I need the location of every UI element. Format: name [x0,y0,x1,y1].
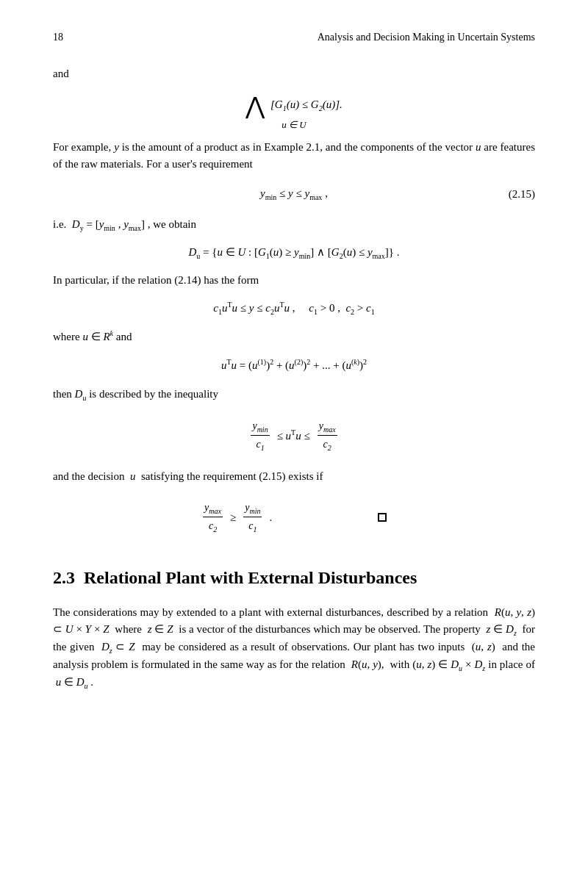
final-ineq: ymax c2 ≥ ymin c1 . [53,500,535,536]
frac-ymax-c2-final: ymax c2 [203,500,223,536]
period-proof: . [269,509,363,526]
section-23-para: The considerations may by extended to a … [53,604,535,691]
bigwedge-subscript: u ∈ U [53,118,535,132]
section-23-title: 2.3 Relational Plant with External Distu… [53,564,535,591]
leq-symbol: ≤ uTu ≤ [277,427,310,445]
then-line: then Du is described by the inequality [53,386,535,403]
frac-ymax-c2: ymax c2 [318,418,337,454]
eq-number-215: (2.15) [509,186,535,203]
and-text: and [53,68,69,79]
ie-line: i.e. Dy = [ymin , ymax] , we obtain [53,216,535,234]
and-label: and [53,65,535,82]
equation-215: ymin ≤ y ≤ ymax , (2.15) [53,185,535,203]
bigwedge-formula: ⋀ [G1(u) ≤ G2(u)]. u ∈ U [53,94,535,132]
c1-formula: c1uTu ≤ y ≤ c2uTu , c1 > 0 , c2 > c1 [53,299,535,317]
ineq-fractions: ymin c1 ≤ uTu ≤ ymax c2 [53,418,535,454]
book-title: Analysis and Decision Making in Uncertai… [318,29,535,45]
and-decision-text: and the decision u satisfying the requir… [53,468,535,485]
utu-formula: uTu = (u(1))2 + (u(2))2 + ... + (u(k))2 [53,356,535,374]
bigwedge-symbol: ⋀ [245,94,265,118]
section-heading: Relational Plant with External Disturban… [84,568,417,587]
geq-symbol: ≥ [230,509,236,526]
du-formula: Du = {u ∈ U : [G1(u) ≥ ymin] ∧ [G2(u) ≤ … [53,244,535,262]
section-number: 2.3 [53,568,75,587]
where-line: where u ∈ Rk and [53,328,535,345]
frac-ymin-c1: ymin c1 [251,418,269,454]
bigwedge-expr: [G1(u) ≤ G2(u)]. [270,98,343,110]
eq215-content: ymin ≤ y ≤ ymax , [260,185,328,203]
qed-box [378,513,387,522]
para-example: For example, y is the amount of a produc… [53,139,535,172]
para-particular: In particular, if the relation (2.14) ha… [53,272,535,289]
page-number: 18 [53,29,63,45]
frac-ymin-c1-final: ymin c1 [243,500,262,536]
page-header: 18 Analysis and Decision Making in Uncer… [53,29,535,45]
